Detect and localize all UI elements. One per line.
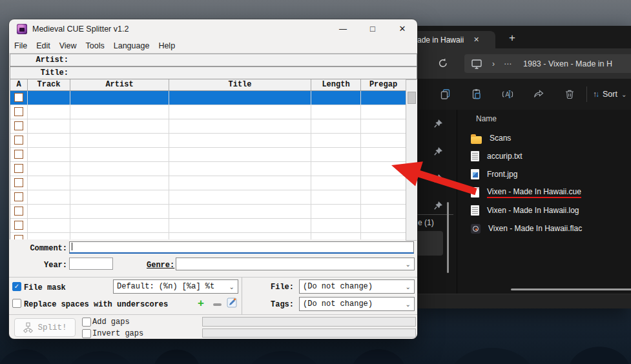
cue-splitter-window: Medieval CUE Splitter v1.2 — □ ✕ FileEdi…: [9, 19, 417, 339]
file-mask-checkbox[interactable]: ✓: [12, 282, 21, 291]
breadcrumb-chevron-icon[interactable]: ›: [492, 59, 495, 68]
split-button[interactable]: Split!: [14, 318, 76, 337]
minimize-button[interactable]: —: [332, 19, 354, 39]
row-checkbox[interactable]: [14, 192, 23, 201]
comment-label: Comment:: [9, 244, 67, 253]
table-scrollbar-thumb[interactable]: [408, 92, 416, 104]
refresh-icon[interactable]: [437, 57, 450, 72]
artist-field[interactable]: Artist:: [10, 54, 417, 66]
mask-preset-select[interactable]: Default: (%n) [%a] %t ⌄: [113, 279, 238, 294]
file-row[interactable]: accurip.txt: [457, 147, 631, 165]
table-row[interactable]: [10, 148, 406, 162]
replace-spaces-checkbox[interactable]: [12, 299, 21, 308]
share-icon[interactable]: [532, 88, 545, 101]
navpane-scrollbar[interactable]: [447, 202, 449, 273]
delete-icon[interactable]: [563, 88, 576, 101]
paste-icon[interactable]: [470, 88, 483, 101]
table-scrollbar[interactable]: [406, 79, 417, 241]
add-gaps-checkbox[interactable]: [82, 318, 91, 327]
new-tab-button[interactable]: +: [504, 30, 521, 46]
progress-track-1: [202, 317, 416, 327]
tags-label: Tags:: [255, 300, 294, 309]
maximize-button[interactable]: □: [362, 19, 384, 39]
sort-chevron-icon: ⌄: [621, 91, 626, 98]
menu-item-edit[interactable]: Edit: [36, 41, 50, 50]
chevron-down-icon: ⌄: [406, 301, 411, 308]
table-row[interactable]: [10, 233, 406, 239]
sort-button[interactable]: ↑↓ Sort ⌄: [593, 86, 626, 102]
horizontal-scrollbar[interactable]: [511, 288, 631, 290]
add-mask-icon[interactable]: +: [198, 297, 204, 310]
row-checkbox[interactable]: [14, 178, 23, 187]
file-action-select[interactable]: (Do not change) ⌄: [299, 279, 415, 294]
table-row[interactable]: [10, 190, 406, 205]
menu-item-tools[interactable]: Tools: [86, 41, 105, 50]
invert-gaps-label: Invert gaps: [92, 329, 143, 338]
navpane-selected-item[interactable]: [416, 231, 443, 256]
cue-menu-bar: FileEditViewToolsLanguageHelp: [9, 39, 417, 54]
tags-action-select[interactable]: (Do not change) ⌄: [299, 297, 415, 311]
table-row[interactable]: [10, 205, 406, 219]
menu-item-help[interactable]: Help: [158, 41, 175, 50]
name-column-header[interactable]: Name: [476, 114, 497, 123]
title-bar[interactable]: Medieval CUE Splitter v1.2 — □ ✕: [9, 19, 417, 39]
chevron-down-icon: ⌄: [406, 261, 411, 268]
row-checkbox[interactable]: [14, 136, 23, 145]
invert-gaps-checkbox[interactable]: [82, 329, 91, 338]
address-bar[interactable]: › ⋯ 1983 - Vixen - Made in H: [464, 54, 631, 73]
table-row[interactable]: [10, 119, 406, 134]
table-row[interactable]: [10, 91, 406, 105]
file-list-pane: Name Scansaccurip.txtFront.jpgVixen - Ma…: [457, 110, 631, 294]
table-row[interactable]: [10, 134, 406, 148]
close-button[interactable]: ✕: [391, 19, 413, 39]
column-header-length[interactable]: Length: [311, 79, 361, 90]
toolbar-divider: [586, 86, 587, 102]
table-row[interactable]: [10, 219, 406, 233]
year-input[interactable]: [69, 258, 113, 270]
this-pc-icon[interactable]: [470, 57, 483, 70]
file-row[interactable]: Vixen - Made In Hawaii.flac: [457, 219, 631, 238]
table-row[interactable]: [10, 162, 406, 176]
genre-label[interactable]: Genre:: [147, 261, 174, 270]
table-row[interactable]: [10, 105, 406, 119]
menu-item-file[interactable]: File: [14, 41, 27, 50]
row-checkbox[interactable]: [14, 235, 23, 239]
menu-item-view[interactable]: View: [59, 41, 77, 50]
desktop: ade in Hawaii ✕ + › ⋯ 1983 - Vixen - Mad…: [0, 0, 631, 364]
column-header-track[interactable]: Track: [28, 79, 70, 90]
row-checkbox[interactable]: [14, 164, 23, 173]
comment-input[interactable]: [69, 241, 414, 254]
title-field[interactable]: Title:: [10, 66, 417, 79]
remove-mask-icon[interactable]: [213, 303, 222, 306]
row-checkbox[interactable]: [14, 107, 23, 116]
column-header-a[interactable]: A: [10, 79, 28, 90]
column-header-title[interactable]: Title: [169, 79, 311, 90]
file-name: Front.jpg: [487, 170, 517, 179]
table-row[interactable]: [10, 176, 406, 190]
breadcrumb-ellipsis-icon[interactable]: ⋯: [504, 59, 512, 68]
row-checkbox[interactable]: [14, 93, 23, 102]
explorer-tab[interactable]: ade in Hawaii ✕: [413, 31, 495, 48]
section-divider: [9, 277, 417, 278]
row-checkbox[interactable]: [14, 221, 23, 230]
row-checkbox[interactable]: [14, 121, 23, 130]
year-label: Year:: [9, 261, 67, 270]
tab-close-icon[interactable]: ✕: [473, 35, 479, 44]
copy-icon[interactable]: [439, 88, 452, 101]
file-row[interactable]: Front.jpg: [457, 165, 631, 183]
file-row[interactable]: Vixen - Made In Hawaii.cue: [457, 183, 631, 201]
file-explorer-window: ade in Hawaii ✕ + › ⋯ 1983 - Vixen - Mad…: [413, 26, 631, 308]
edit-mask-icon[interactable]: [227, 298, 237, 308]
row-checkbox[interactable]: [14, 207, 23, 216]
menu-item-language[interactable]: Language: [114, 41, 150, 50]
row-checkbox[interactable]: [14, 150, 23, 159]
svg-text:A: A: [505, 91, 510, 98]
file-row[interactable]: Scans: [457, 129, 631, 147]
column-header-pregap[interactable]: Pregap: [361, 79, 406, 90]
column-header-artist[interactable]: Artist: [70, 79, 169, 90]
genre-select[interactable]: ⌄: [176, 258, 415, 270]
track-table-body: [10, 91, 406, 239]
rename-icon[interactable]: A: [501, 88, 514, 101]
navpane-item-fragment[interactable]: e (1): [418, 218, 434, 227]
file-row[interactable]: Vixen - Made In Hawaii.log: [457, 201, 631, 219]
